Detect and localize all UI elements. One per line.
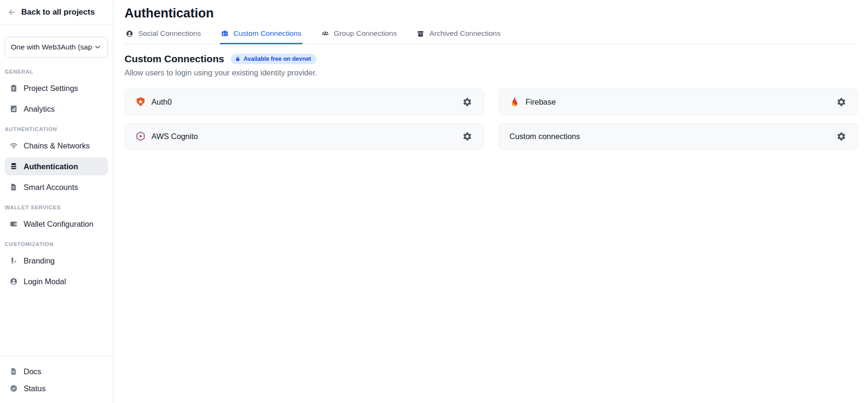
- aws-cognito-logo: [135, 131, 146, 141]
- tab-custom-connections[interactable]: Custom Connections: [220, 28, 302, 44]
- connection-card-label: Auth0: [151, 98, 172, 107]
- analytics-chart-icon: [9, 105, 18, 113]
- user-circle-icon: [125, 30, 134, 38]
- connection-card-custom-connections[interactable]: Custom connections: [499, 123, 858, 149]
- document-icon: [9, 183, 18, 191]
- tab-archived-connections[interactable]: Archived Connections: [416, 28, 501, 44]
- sidebar-item-wallet-configuration[interactable]: Wallet Configuration: [5, 215, 108, 233]
- sidebar-item-label: Analytics: [24, 105, 55, 114]
- user-circle-icon: [9, 277, 18, 286]
- page-title: Authentication: [125, 6, 858, 21]
- connection-card-aws-cognito[interactable]: AWS Cognito: [125, 123, 484, 149]
- id-badge-icon: [221, 30, 229, 38]
- wifi-icon: [9, 141, 18, 150]
- sidebar-item-label: Status: [24, 384, 46, 393]
- auth0-logo: [135, 97, 146, 107]
- tab-label: Group Connections: [334, 29, 397, 38]
- group-icon: [321, 30, 329, 38]
- firebase-logo: [509, 97, 520, 107]
- sidebar-item-label: Docs: [24, 367, 42, 376]
- sidebar-item-smart-accounts[interactable]: Smart Accounts: [5, 178, 108, 196]
- section-header: Custom Connections Available free on dev…: [125, 53, 858, 65]
- connection-card-label: Firebase: [526, 98, 556, 107]
- branding-icon: [9, 256, 18, 265]
- clipboard-icon: [9, 84, 18, 92]
- sidebar-item-authentication[interactable]: Authentication: [5, 157, 108, 175]
- sidebar-item-chains-networks[interactable]: Chains & Networks: [5, 137, 108, 155]
- sidebar-item-label: Branding: [24, 256, 55, 265]
- section-description: Allow users to login using your existing…: [125, 68, 858, 77]
- sidebar-item-label: Project Settings: [24, 84, 78, 93]
- database-icon: [9, 162, 18, 171]
- sidebar-item-status[interactable]: Status: [5, 380, 108, 396]
- tab-bar: Social Connections Custom Connections: [125, 28, 858, 44]
- tab-label: Custom Connections: [234, 29, 301, 38]
- section-label-authentication: AUTHENTICATION: [5, 126, 108, 132]
- section-label-general: GENERAL: [5, 69, 108, 74]
- gear-icon[interactable]: [835, 131, 847, 142]
- back-to-projects-link[interactable]: Back to all projects: [0, 0, 113, 25]
- document-icon: [9, 367, 18, 376]
- section-label-customization: CUSTOMIZATION: [5, 241, 108, 247]
- devnet-badge: Available free on devnet: [231, 54, 316, 64]
- app-window: Back to all projects One with Web3Auth (…: [0, 0, 868, 403]
- sidebar-item-login-modal[interactable]: Login Modal: [5, 272, 108, 290]
- tab-social-connections[interactable]: Social Connections: [125, 28, 202, 44]
- gear-icon[interactable]: [461, 131, 473, 142]
- connection-card-firebase[interactable]: Firebase: [499, 89, 858, 115]
- chevron-down-icon: [93, 43, 102, 51]
- tab-label: Archived Connections: [429, 29, 501, 38]
- sidebar-item-label: Login Modal: [24, 277, 66, 286]
- sidebar-item-label: Authentication: [24, 162, 78, 171]
- back-link-label: Back to all projects: [21, 8, 95, 17]
- connection-card-label: Custom connections: [509, 132, 580, 141]
- section-label-wallet-services: WALLET SERVICES: [5, 205, 108, 210]
- sidebar-item-analytics[interactable]: Analytics: [5, 100, 108, 118]
- gear-icon[interactable]: [461, 96, 473, 108]
- sidebar: Back to all projects One with Web3Auth (…: [0, 0, 113, 403]
- lock-icon: [235, 56, 241, 62]
- sidebar-nav: GENERAL Project Settings A: [0, 58, 113, 355]
- wallet-icon: [9, 220, 18, 228]
- sidebar-item-label: Wallet Configuration: [24, 220, 93, 229]
- sidebar-item-project-settings[interactable]: Project Settings: [5, 79, 108, 97]
- main-content: Authentication Social Connections Custom…: [113, 0, 868, 403]
- devnet-badge-label: Available free on devnet: [243, 56, 311, 62]
- archive-icon: [417, 30, 425, 38]
- tab-label: Social Connections: [138, 29, 201, 38]
- project-selector-value: One with Web3Auth (sap: [11, 43, 92, 51]
- tab-group-connections[interactable]: Group Connections: [320, 28, 398, 44]
- sidebar-footer: Docs Status: [0, 355, 113, 403]
- gear-icon[interactable]: [835, 96, 847, 108]
- connections-grid: Auth0 Firebase: [125, 89, 858, 149]
- sidebar-item-docs[interactable]: Docs: [5, 363, 108, 379]
- section-title: Custom Connections: [125, 53, 224, 65]
- sidebar-item-label: Smart Accounts: [24, 183, 78, 192]
- back-arrow-icon: [8, 8, 16, 16]
- connection-card-label: AWS Cognito: [151, 132, 198, 141]
- check-circle-icon: [9, 384, 18, 393]
- sidebar-item-branding[interactable]: Branding: [5, 252, 108, 270]
- project-selector-dropdown[interactable]: One with Web3Auth (sap: [5, 37, 108, 58]
- connection-card-auth0[interactable]: Auth0: [125, 89, 484, 115]
- sidebar-item-label: Chains & Networks: [24, 141, 90, 150]
